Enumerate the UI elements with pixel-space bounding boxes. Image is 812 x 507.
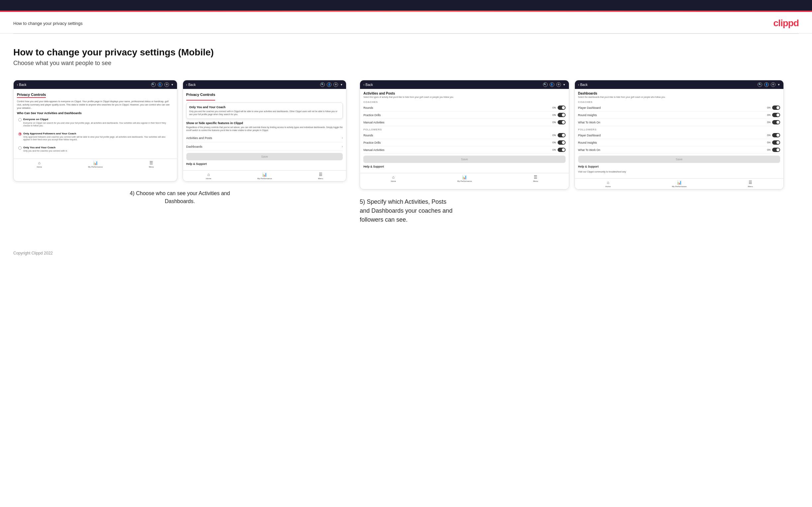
nav-performance-label-2: My Performance — [257, 177, 272, 179]
manual-followers-label: Manual Activities — [363, 148, 384, 152]
footer: Copyright Clippd 2022 — [0, 244, 812, 262]
toggle-practice-followers[interactable]: Practice Drills ON — [363, 139, 565, 146]
toggle-round-insights-coaches[interactable]: Round Insights ON — [578, 111, 780, 119]
toggle-what-to-work-followers[interactable]: What To Work On ON — [578, 146, 780, 154]
toggle-practice-coaches[interactable]: Practice Drills ON — [363, 111, 565, 119]
intro-text: Control how you and your data appears to… — [17, 100, 174, 110]
option2-label: Only Approved Followers and Your Coach — [23, 132, 172, 135]
person-icon-4[interactable]: 👤 — [764, 82, 769, 87]
person-icon[interactable]: 👤 — [158, 82, 162, 87]
left-group: ‹ Back 🔍 👤 ⚙ ▼ Privacy Controls Control … — [13, 80, 346, 206]
option-coach-only[interactable]: Only You and Your Coach Only you and the… — [17, 145, 174, 154]
help-support-3: Help & Support — [363, 163, 565, 170]
nav-home-1[interactable]: ⌂ Home — [37, 161, 42, 168]
nav-performance-4[interactable]: 📊 My Performance — [672, 180, 687, 187]
back-button-3[interactable]: ‹ Back — [363, 83, 373, 87]
toggle-ri-followers-group: ON — [767, 140, 780, 145]
dashboards-label: Dashboards — [186, 145, 203, 148]
settings-icon-3[interactable]: ⚙ — [556, 82, 561, 87]
practice-followers-label: Practice Drills — [363, 141, 380, 144]
dropdown-icon-4[interactable]: ▼ — [777, 83, 780, 86]
menu-icon-1: ☰ — [149, 161, 153, 165]
person-icon-3[interactable]: 👤 — [550, 82, 554, 87]
nav-performance-label-1: My Performance — [88, 166, 103, 168]
back-button-2[interactable]: ‹ Back — [186, 83, 196, 87]
toggle-manual-coaches[interactable]: Manual Activities ON — [363, 119, 565, 126]
activities-desc: Select the types of activity that you'd … — [363, 96, 565, 99]
player-dashboard-followers-label: Player Dashboard — [578, 134, 601, 137]
round-insights-followers-label: Round Insights — [578, 141, 597, 144]
toggle-rounds-coaches-switch[interactable] — [558, 106, 566, 110]
nav-performance-3[interactable]: 📊 My Performance — [457, 175, 472, 182]
option-everyone[interactable]: Everyone on Clippd Everyone on Clippd ca… — [17, 116, 174, 128]
dashboards-row[interactable]: Dashboards › — [186, 143, 343, 151]
toggle-manual-coaches-switch[interactable] — [558, 120, 566, 124]
back-button-1[interactable]: ‹ Back — [17, 83, 27, 87]
nav-home-3[interactable]: ⌂ Home — [391, 175, 396, 182]
menu-icon-3: ☰ — [534, 175, 537, 179]
toggle-practice-followers-switch[interactable] — [558, 140, 566, 145]
main-content: How to change your privacy settings (Mob… — [0, 34, 797, 244]
toggle-wtw-followers-switch[interactable] — [772, 148, 780, 152]
toggle-ri-followers-switch[interactable] — [772, 140, 780, 145]
home-icon-2: ⌂ — [207, 172, 210, 177]
toggle-player-dashboard-followers[interactable]: Player Dashboard ON — [578, 132, 780, 139]
back-button-4[interactable]: ‹ Back — [578, 83, 588, 87]
help-text-4: Visit our Clippd community to troublesho… — [578, 170, 780, 174]
toggle-practice-coaches-switch[interactable] — [558, 113, 566, 117]
nav-menu-3[interactable]: ☰ Menu — [533, 175, 538, 182]
activities-posts-row[interactable]: Activities and Posts › — [186, 134, 343, 143]
activities-title: Activities and Posts — [363, 92, 565, 95]
settings-icon-4[interactable]: ⚙ — [771, 82, 775, 87]
chart-icon-4: 📊 — [677, 180, 682, 185]
nav-menu-4[interactable]: ☰ Menu — [748, 180, 753, 187]
toggle-player-dashboard-coaches[interactable]: Player Dashboard ON — [578, 104, 780, 111]
nav-menu-1[interactable]: ☰ Menu — [149, 161, 154, 168]
bottom-nav-3: ⌂ Home 📊 My Performance ☰ Menu — [360, 173, 568, 184]
header: How to change your privacy settings clip… — [0, 12, 812, 34]
nav-performance-2[interactable]: 📊 My Performance — [257, 172, 272, 179]
settings-icon-2[interactable]: ⚙ — [334, 82, 338, 87]
toggle-round-insights-followers[interactable]: Round Insights ON — [578, 139, 780, 146]
copyright: Copyright Clippd 2022 — [13, 251, 53, 256]
toggle-rounds-coaches[interactable]: Rounds ON — [363, 104, 565, 111]
search-icon-2[interactable]: 🔍 — [320, 82, 325, 87]
dropdown-icon-3[interactable]: ▼ — [563, 83, 566, 86]
toggle-rounds-followers-switch[interactable] — [558, 133, 566, 137]
home-icon-3: ⌂ — [392, 175, 395, 179]
search-icon-3[interactable]: 🔍 — [543, 82, 548, 87]
settings-icon[interactable]: ⚙ — [164, 82, 169, 87]
radio-everyone[interactable] — [18, 118, 21, 121]
save-button-3[interactable]: Save — [363, 156, 565, 163]
toggle-wtw-coaches-switch[interactable] — [772, 120, 780, 124]
toggle-pd-followers-switch[interactable] — [772, 133, 780, 137]
option-followers[interactable]: Only Approved Followers and Your Coach O… — [17, 131, 174, 143]
toggle-pd-coaches-switch[interactable] — [772, 106, 780, 110]
nav-home-4[interactable]: ⌂ Home — [605, 180, 611, 187]
dropdown-icon-2[interactable]: ▼ — [340, 83, 343, 86]
radio-coach-only[interactable] — [18, 146, 21, 150]
toggle-ri-coaches-switch[interactable] — [772, 113, 780, 117]
person-icon-2[interactable]: 👤 — [327, 82, 332, 87]
search-icon[interactable]: 🔍 — [151, 82, 156, 87]
logo: clippd — [773, 18, 799, 29]
nav-menu-2[interactable]: ☰ Menu — [318, 172, 323, 179]
save-button-4[interactable]: Save — [578, 156, 780, 163]
search-icon-4[interactable]: 🔍 — [758, 82, 762, 87]
toggle-manual-followers-switch[interactable] — [558, 148, 566, 152]
nav-performance-1[interactable]: 📊 My Performance — [88, 161, 103, 168]
toggle-manual-followers[interactable]: Manual Activities ON — [363, 146, 565, 154]
option2-desc: Only approved followers and coaches you … — [23, 136, 172, 142]
phone-content-3: Activities and Posts Select the types of… — [360, 89, 568, 173]
radio-followers[interactable] — [18, 132, 21, 136]
nav-home-2[interactable]: ⌂ Home — [206, 172, 211, 179]
toggle-rounds-followers[interactable]: Rounds ON — [363, 132, 565, 139]
toggle-what-to-work-coaches[interactable]: What To Work On ON — [578, 119, 780, 126]
topbar-icons-4: 🔍 👤 ⚙ ▼ — [758, 82, 780, 87]
toggle-rounds-coaches-group: ON — [552, 106, 566, 110]
save-button-2[interactable]: Save — [186, 153, 343, 160]
right-group: ‹ Back 🔍 👤 ⚙ ▼ Activities and Posts Sele… — [360, 80, 784, 224]
caption-5-line2: and Dashboards your coaches and — [360, 207, 452, 214]
dropdown-icon[interactable]: ▼ — [171, 83, 174, 86]
toggle-rounds-followers-group: ON — [552, 133, 566, 137]
